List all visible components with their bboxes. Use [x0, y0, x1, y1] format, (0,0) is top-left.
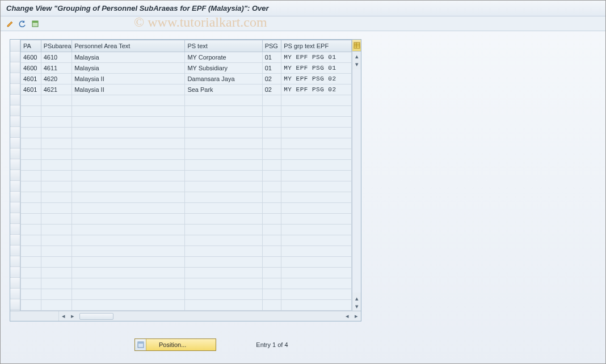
row-selector[interactable]	[10, 289, 20, 299]
column-header-patext[interactable]: Personnel Area Text	[72, 40, 185, 52]
empty-cell	[72, 149, 185, 160]
hscroll-right2-icon[interactable]: ▸	[352, 312, 361, 321]
cell-pstext[interactable]: MY Subsidiary	[185, 63, 262, 74]
empty-cell	[262, 278, 281, 289]
cell-pa[interactable]: 4600	[21, 52, 41, 63]
empty-cell	[262, 171, 281, 181]
page-title: Change View "Grouping of Personnel SubAr…	[6, 4, 269, 12]
cell-psgtext[interactable]: MY EPF PSG 01	[281, 52, 352, 63]
cell-psgtext[interactable]: MY EPF PSG 01	[281, 63, 352, 74]
row-selector[interactable]	[10, 213, 20, 224]
row-selector[interactable]	[10, 278, 20, 289]
position-button[interactable]: Position...	[134, 338, 216, 351]
row-selector[interactable]	[10, 105, 20, 116]
cell-pa[interactable]: 4600	[21, 63, 41, 74]
row-selector[interactable]	[10, 62, 20, 73]
empty-cell	[185, 149, 262, 160]
table-row	[21, 214, 352, 225]
row-selector[interactable]	[10, 299, 20, 310]
empty-cell	[262, 106, 281, 117]
svg-rect-1	[32, 21, 38, 23]
empty-cell	[41, 181, 72, 192]
empty-cell	[262, 300, 281, 311]
table-row	[21, 278, 352, 289]
empty-cell	[72, 192, 185, 203]
cell-pstext[interactable]: Sea Park	[185, 84, 262, 95]
empty-cell	[41, 203, 72, 214]
empty-cell	[185, 106, 262, 117]
row-selector[interactable]	[10, 138, 20, 149]
cell-psgtext[interactable]: MY EPF PSG 02	[281, 84, 352, 95]
row-selector[interactable]	[10, 52, 20, 62]
cell-psub[interactable]: 4610	[41, 52, 72, 63]
row-selector[interactable]	[10, 73, 20, 84]
row-selector[interactable]	[10, 192, 20, 202]
empty-cell	[281, 278, 352, 289]
scroll-up2-icon[interactable]: ▾	[352, 60, 361, 69]
column-header-psgtext[interactable]: PS grp text EPF	[281, 40, 352, 52]
column-header-psg[interactable]: PSG	[262, 40, 281, 52]
scroll-down2-icon[interactable]: ▾	[352, 302, 361, 311]
row-selector[interactable]	[10, 159, 20, 170]
row-selector[interactable]	[10, 181, 20, 192]
hscroll-left2-icon[interactable]: ◂	[343, 312, 352, 321]
vertical-scrollbar[interactable]: ▴ ▾ ▴ ▾	[352, 40, 361, 311]
vscroll-track[interactable]	[352, 70, 361, 293]
cell-pstext[interactable]: MY Corporate	[185, 52, 262, 63]
row-selector[interactable]	[10, 267, 20, 278]
row-selector[interactable]	[10, 170, 20, 181]
column-header-pa[interactable]: PA	[21, 40, 41, 52]
edit-icon[interactable]	[5, 19, 15, 29]
cell-psg[interactable]: 02	[262, 74, 281, 84]
row-selector[interactable]	[10, 95, 20, 105]
cell-patext[interactable]: Malaysia	[72, 52, 185, 63]
cell-psg[interactable]: 01	[262, 63, 281, 74]
cell-psg[interactable]: 02	[262, 84, 281, 95]
empty-cell	[72, 235, 185, 246]
column-header-psub[interactable]: PSubarea	[41, 40, 72, 52]
row-selector[interactable]	[10, 116, 20, 127]
cell-psg[interactable]: 01	[262, 52, 281, 63]
cell-patext[interactable]: Malaysia II	[72, 84, 185, 95]
hscroll-thumb[interactable]	[79, 313, 113, 320]
horizontal-scrollbar[interactable]: ◂ ▸ ◂ ▸	[10, 311, 361, 321]
row-selector[interactable]	[10, 149, 20, 159]
row-selector[interactable]	[10, 202, 20, 213]
cell-pa[interactable]: 4601	[21, 84, 41, 95]
hscroll-right-icon[interactable]: ▸	[68, 312, 77, 321]
hscroll-left-icon[interactable]: ◂	[59, 312, 68, 321]
entry-count-text: Entry 1 of 4	[256, 341, 288, 348]
table-settings-icon[interactable]	[352, 40, 361, 52]
empty-cell	[185, 95, 262, 106]
empty-cell	[21, 149, 41, 160]
cell-psub[interactable]: 4621	[41, 84, 72, 95]
empty-cell	[41, 128, 72, 138]
empty-cell	[72, 246, 185, 257]
cell-psgtext[interactable]: MY EPF PSG 02	[281, 74, 352, 84]
empty-cell	[21, 278, 41, 289]
row-selector[interactable]	[10, 235, 20, 246]
table-row	[21, 257, 352, 268]
row-selector[interactable]	[10, 84, 20, 95]
row-selector[interactable]	[10, 127, 20, 138]
cell-pstext[interactable]: Damansara Jaya	[185, 74, 262, 84]
data-grid: PAPSubareaPersonnel Area TextPS textPSGP…	[10, 39, 361, 321]
row-selector[interactable]	[10, 224, 20, 235]
table-row[interactable]: 46004611MalaysiaMY Subsidiary01MY EPF PS…	[21, 63, 352, 74]
row-selector[interactable]	[10, 246, 20, 256]
table-row[interactable]: 46004610MalaysiaMY Corporate01MY EPF PSG…	[21, 52, 352, 63]
column-header-pstext[interactable]: PS text	[185, 40, 262, 52]
cell-patext[interactable]: Malaysia	[72, 63, 185, 74]
undo-icon[interactable]	[18, 19, 28, 29]
table-row[interactable]: 46014620Malaysia IIDamansara Jaya02MY EP…	[21, 74, 352, 84]
cell-psub[interactable]: 4611	[41, 63, 72, 74]
table-row[interactable]: 46014621Malaysia IISea Park02MY EPF PSG …	[21, 84, 352, 95]
empty-cell	[281, 300, 352, 311]
empty-cell	[262, 203, 281, 214]
cell-pa[interactable]: 4601	[21, 74, 41, 84]
empty-cell	[41, 160, 72, 171]
select-all-icon[interactable]	[30, 19, 40, 29]
cell-patext[interactable]: Malaysia II	[72, 74, 185, 84]
cell-psub[interactable]: 4620	[41, 74, 72, 84]
row-selector[interactable]	[10, 256, 20, 267]
